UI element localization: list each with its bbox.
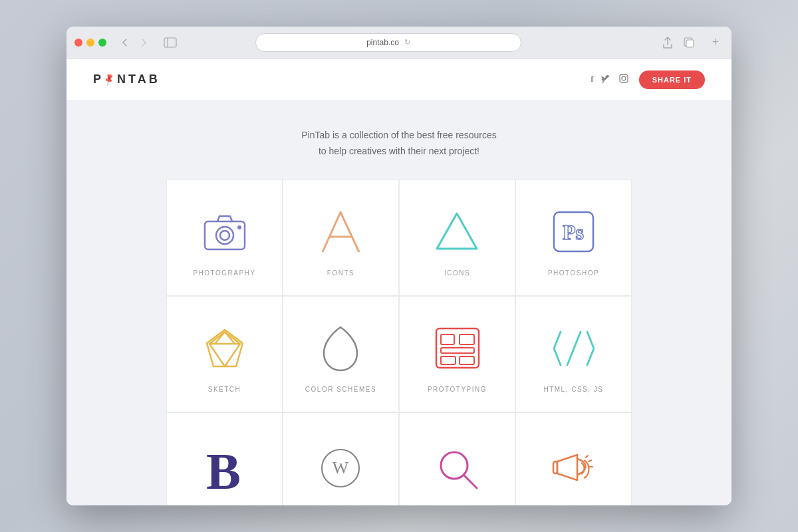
- new-window-icon[interactable]: [681, 35, 697, 51]
- svg-rect-0: [164, 38, 176, 47]
- social-icons: f: [591, 74, 628, 85]
- svg-point-9: [220, 231, 229, 240]
- svg-point-10: [237, 225, 241, 229]
- svg-point-6: [625, 76, 626, 76]
- address-bar[interactable]: pintab.co ↻: [255, 33, 521, 52]
- category-card-fonts[interactable]: FONTS: [283, 180, 399, 296]
- facebook-icon[interactable]: f: [591, 74, 593, 85]
- svg-point-5: [622, 76, 626, 80]
- site-header: P📌NTAB f SHARE IT: [66, 59, 732, 101]
- category-card-sketch[interactable]: SKETCH: [166, 296, 283, 412]
- header-right: f SHARE IT: [591, 70, 705, 89]
- svg-line-23: [464, 475, 477, 488]
- photography-label: PHOTOGRAPHY: [193, 269, 255, 277]
- photography-icon: [198, 205, 251, 259]
- svg-text:W: W: [332, 458, 349, 477]
- svg-rect-15: [460, 334, 474, 344]
- browser-window: pintab.co ↻ + P📌NTAB f: [66, 27, 732, 505]
- svg-rect-24: [553, 462, 557, 473]
- category-card-seo[interactable]: [399, 412, 515, 505]
- share-icon[interactable]: [660, 35, 676, 51]
- photoshop-icon: Ps: [547, 205, 600, 259]
- fullscreen-button[interactable]: [98, 39, 106, 47]
- close-button[interactable]: [74, 39, 82, 47]
- sidebar-button[interactable]: [162, 35, 178, 51]
- category-grid: PHOTOGRAPHY FONTS ICO: [100, 180, 698, 505]
- new-tab-button[interactable]: +: [708, 35, 724, 51]
- fonts-label: FONTS: [327, 269, 354, 277]
- html-css-js-icon: [547, 322, 600, 375]
- svg-rect-14: [441, 334, 454, 344]
- instagram-icon[interactable]: [619, 74, 628, 85]
- sketch-icon: [198, 322, 251, 375]
- icons-icon: [431, 205, 484, 259]
- forward-button[interactable]: [136, 35, 152, 51]
- icons-label: ICONS: [444, 269, 470, 277]
- category-card-prototyping[interactable]: PROTOTYPING: [399, 296, 515, 412]
- svg-rect-16: [441, 348, 474, 353]
- color-schemes-label: COLOR SCHEMES: [305, 386, 376, 393]
- svg-line-26: [589, 460, 591, 462]
- wireframes-icon: W: [315, 442, 368, 495]
- prototyping-icon: [431, 322, 484, 375]
- prototyping-label: PROTOTYPING: [428, 386, 487, 393]
- marketing-icon: [547, 442, 600, 495]
- svg-line-25: [586, 456, 588, 458]
- browser-actions: [660, 35, 697, 51]
- category-card-marketing[interactable]: [515, 412, 632, 505]
- html-css-js-label: HTML, CSS, JS: [543, 386, 603, 393]
- category-card-html-css-js[interactable]: HTML, CSS, JS: [515, 296, 632, 412]
- svg-rect-4: [620, 74, 628, 82]
- back-button[interactable]: [117, 35, 133, 51]
- page-content: P📌NTAB f SHARE IT: [66, 59, 732, 505]
- minimize-button[interactable]: [86, 39, 94, 47]
- svg-text:Ps: Ps: [563, 220, 584, 244]
- hero-text: PinTab is a collection of the best free …: [80, 128, 718, 160]
- seo-icon: [431, 442, 484, 495]
- svg-rect-17: [441, 356, 456, 364]
- category-card-bold[interactable]: B: [166, 412, 283, 505]
- url-text: pintab.co: [366, 38, 399, 47]
- fonts-icon: [315, 205, 368, 259]
- color-schemes-icon: [315, 322, 368, 375]
- svg-text:B: B: [206, 442, 241, 500]
- category-card-wireframes[interactable]: W: [283, 412, 399, 505]
- category-card-color-schemes[interactable]: COLOR SCHEMES: [283, 296, 399, 412]
- category-card-icons[interactable]: ICONS: [399, 180, 515, 296]
- category-card-photoshop[interactable]: Ps PHOTOSHOP: [515, 180, 632, 296]
- svg-rect-3: [686, 40, 694, 47]
- svg-rect-18: [460, 356, 474, 364]
- svg-point-8: [216, 227, 233, 244]
- traffic-lights: [74, 39, 106, 47]
- browser-chrome: pintab.co ↻ +: [66, 27, 732, 59]
- bold-icon: B: [198, 442, 251, 495]
- reload-icon[interactable]: ↻: [404, 38, 410, 47]
- hero-section: PinTab is a collection of the best free …: [66, 101, 732, 180]
- twitter-icon[interactable]: [602, 74, 611, 85]
- share-button[interactable]: SHARE IT: [639, 70, 705, 89]
- category-card-photography[interactable]: PHOTOGRAPHY: [166, 180, 283, 296]
- site-logo[interactable]: P📌NTAB: [93, 72, 160, 86]
- nav-buttons: [117, 35, 152, 51]
- sketch-label: SKETCH: [208, 386, 241, 393]
- photoshop-label: PHOTOSHOP: [548, 269, 599, 277]
